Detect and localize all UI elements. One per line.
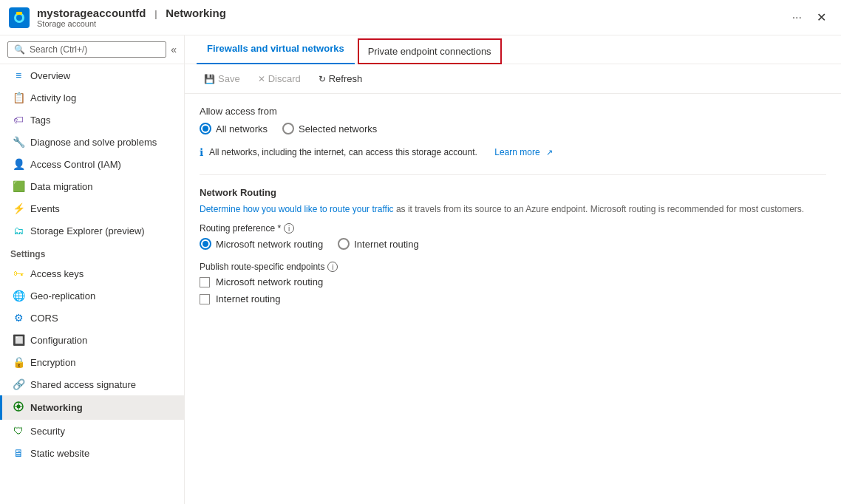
network-routing-desc: Determine how you would like to route yo… (200, 202, 826, 216)
title-bar-info: mystorageaccountfd | Networking Storage … (37, 7, 783, 28)
sidebar-item-cors[interactable]: ⚙ CORS (0, 307, 184, 329)
close-button[interactable]: ✕ (811, 7, 832, 27)
refresh-label: Refresh (329, 73, 363, 84)
learn-more-link[interactable]: Learn more (494, 147, 539, 157)
info-text: All networks, including the internet, ca… (209, 147, 477, 157)
routing-preference-label: Routing preference * i (200, 223, 826, 234)
network-routing-title: Network Routing (200, 187, 826, 198)
sidebar-item-activity-log[interactable]: 📋 Activity log (0, 86, 184, 109)
radio-internet-routing-label: Internet routing (354, 239, 418, 250)
sidebar-item-tags[interactable]: 🏷 Tags (0, 109, 184, 131)
radio-selected-networks-circle (282, 123, 294, 134)
svg-point-2 (16, 15, 22, 21)
sidebar-item-storage-explorer[interactable]: 🗂 Storage Explorer (preview) (0, 219, 184, 242)
sidebar-item-label: Encryption (30, 357, 75, 368)
discard-icon: ✕ (258, 74, 265, 84)
tab-private-endpoint[interactable]: Private endpoint connections (358, 38, 502, 64)
storage-explorer-icon: 🗂 (13, 225, 24, 236)
sidebar-item-label: Configuration (30, 335, 87, 346)
sidebar-item-diagnose[interactable]: 🔧 Diagnose and solve problems (0, 131, 184, 153)
save-label: Save (218, 73, 240, 84)
activity-log-icon: 📋 (13, 92, 24, 103)
more-options-icon[interactable]: ··· (792, 11, 802, 24)
refresh-button[interactable]: ↻ Refresh (311, 70, 370, 87)
sidebar-item-encryption[interactable]: 🔒 Encryption (0, 351, 184, 373)
shared-access-icon: 🔗 (13, 378, 24, 390)
title-bar: mystorageaccountfd | Networking Storage … (0, 0, 841, 35)
sidebar-item-label: Diagnose and solve problems (30, 137, 157, 148)
routing-radio-group: Microsoft network routing Internet routi… (200, 238, 826, 250)
tab-firewalls[interactable]: Firewalls and virtual networks (197, 35, 355, 64)
sidebar-nav: ≡ Overview 📋 Activity log 🏷 Tags 🔧 Diagn… (0, 64, 184, 504)
routing-desc-highlight: Determine how you would like to route yo… (200, 204, 394, 214)
external-link-icon: ↗ (546, 148, 553, 157)
content-panel: Allow access from All networks Selected … (185, 94, 841, 504)
diagnose-icon: 🔧 (13, 136, 24, 148)
radio-microsoft-routing-label: Microsoft network routing (216, 239, 323, 250)
collapse-sidebar-button[interactable]: « (171, 44, 177, 55)
networking-icon (13, 401, 24, 415)
sidebar-item-label: Geo-replication (30, 290, 95, 302)
save-button[interactable]: 💾 Save (197, 70, 248, 87)
sidebar-item-geo-replication[interactable]: 🌐 Geo-replication (0, 285, 184, 307)
sidebar-item-label: Access Control (IAM) (30, 159, 121, 170)
sidebar-item-access-keys[interactable]: 🗝 Access keys (0, 262, 184, 285)
sidebar-item-label: Events (30, 203, 60, 214)
routing-info-icon[interactable]: i (284, 223, 294, 234)
sidebar-item-label: Storage Explorer (preview) (30, 225, 145, 236)
tags-icon: 🏷 (13, 114, 24, 126)
encryption-icon: 🔒 (13, 356, 24, 368)
toolbar: 💾 Save ✕ Discard ↻ Refresh (185, 64, 841, 94)
radio-microsoft-routing[interactable]: Microsoft network routing (200, 238, 323, 250)
sidebar-item-label: Static website (30, 448, 89, 459)
radio-all-networks-circle (200, 123, 211, 134)
info-circle-icon: ℹ (200, 146, 203, 158)
events-icon: ⚡ (13, 202, 24, 214)
checkbox-microsoft-routing-label: Microsoft network routing (216, 276, 323, 287)
sidebar-item-configuration[interactable]: 🔲 Configuration (0, 329, 184, 351)
routing-desc-rest: as it travels from its source to an Azur… (394, 204, 805, 214)
info-banner: ℹ All networks, including the internet, … (200, 142, 826, 163)
sidebar-item-security[interactable]: 🛡 Security (0, 420, 184, 442)
sidebar-item-data-migration[interactable]: 🟩 Data migration (0, 175, 184, 197)
publish-endpoints-text: Publish route-specific endpoints (200, 262, 324, 272)
app-logo (9, 7, 30, 28)
checkbox-microsoft-routing[interactable]: Microsoft network routing (200, 276, 826, 287)
search-box[interactable]: 🔍 Search (Ctrl+/) (7, 41, 166, 58)
resource-type: Storage account (37, 19, 783, 28)
radio-all-networks[interactable]: All networks (200, 123, 268, 134)
checkbox-microsoft-routing-box (200, 277, 210, 287)
access-control-icon: 👤 (13, 158, 24, 170)
sidebar-item-events[interactable]: ⚡ Events (0, 197, 184, 219)
sidebar-item-overview[interactable]: ≡ Overview (0, 64, 184, 86)
access-keys-icon: 🗝 (13, 268, 24, 279)
content-area: Firewalls and virtual networks Private e… (185, 35, 841, 504)
sidebar: 🔍 Search (Ctrl+/) « ≡ Overview 📋 Activit… (0, 35, 185, 504)
search-icon: 🔍 (14, 44, 25, 55)
radio-internet-routing-circle (338, 238, 350, 250)
radio-selected-networks[interactable]: Selected networks (282, 123, 377, 134)
radio-internet-routing[interactable]: Internet routing (338, 238, 418, 250)
sidebar-item-label: Security (30, 426, 65, 437)
radio-all-networks-label: All networks (216, 123, 268, 134)
sidebar-item-networking[interactable]: Networking (0, 395, 184, 420)
svg-rect-3 (16, 12, 22, 15)
discard-button[interactable]: ✕ Discard (251, 70, 308, 87)
tab-bar: Firewalls and virtual networks Private e… (185, 35, 841, 64)
checkbox-internet-routing-label: Internet routing (216, 293, 280, 304)
sidebar-item-label: CORS (30, 313, 58, 324)
sidebar-item-label: Tags (30, 115, 50, 126)
sidebar-item-shared-access[interactable]: 🔗 Shared access signature (0, 373, 184, 395)
geo-replication-icon: 🌐 (13, 290, 24, 302)
data-migration-icon: 🟩 (13, 180, 24, 192)
allow-access-label: Allow access from (200, 106, 826, 117)
checkbox-internet-routing[interactable]: Internet routing (200, 293, 826, 304)
sidebar-item-label: Shared access signature (30, 379, 136, 390)
publish-info-icon[interactable]: i (327, 262, 338, 272)
radio-selected-networks-label: Selected networks (299, 123, 377, 134)
sidebar-item-static-website[interactable]: 🖥 Static website (0, 442, 184, 464)
sidebar-item-access-control[interactable]: 👤 Access Control (IAM) (0, 153, 184, 175)
overview-icon: ≡ (13, 69, 24, 81)
resource-name: mystorageaccountfd | Networking (37, 7, 783, 19)
cors-icon: ⚙ (13, 312, 24, 324)
